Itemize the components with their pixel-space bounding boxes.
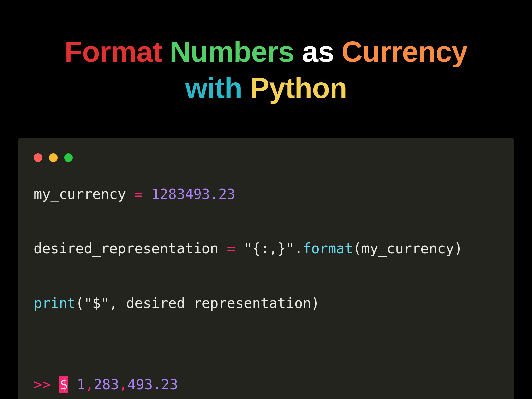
output-comma: , [85, 376, 94, 393]
maximize-icon [64, 153, 73, 162]
output-prompt: >> [34, 376, 51, 393]
page-title: Format Numbers as Currency with Python [0, 0, 532, 106]
code-string: "$" [84, 295, 109, 311]
close-icon [34, 153, 42, 162]
code-argument: desired_representation [126, 295, 311, 311]
title-word-format: Format [65, 35, 162, 68]
code-paren: ( [353, 240, 361, 257]
minimize-icon [49, 153, 58, 162]
code-method: format [303, 240, 353, 257]
code-comma: , [109, 295, 118, 311]
title-word-with: with [185, 71, 242, 104]
code-variable: desired_representation [34, 240, 218, 257]
output-comma: , [119, 376, 127, 393]
code-window: my_currency = 1283493.23 desired_represe… [18, 138, 514, 399]
code-builtin: print [34, 295, 75, 311]
code-operator: = [227, 240, 235, 257]
title-word-currency: Currency [341, 35, 467, 68]
output-dollar-sign: $ [59, 376, 68, 393]
window-traffic-lights [34, 153, 498, 162]
code-variable: my_currency [34, 186, 126, 202]
code-dot: . [294, 240, 303, 257]
output-number: 283 [94, 376, 119, 393]
code-paren: ) [454, 240, 462, 257]
output-number: 493.23 [127, 376, 178, 393]
code-string: "{:,}" [244, 240, 294, 257]
title-word-numbers: Numbers [170, 35, 294, 68]
code-argument: my_currency [361, 240, 454, 257]
title-word-python: Python [250, 71, 347, 104]
code-block: my_currency = 1283493.23 desired_represe… [34, 181, 498, 398]
output-number: 1 [77, 376, 85, 393]
code-paren: ( [75, 295, 84, 311]
code-operator: = [134, 186, 143, 202]
title-word-as: as [302, 35, 334, 68]
code-number: 1283493.23 [151, 186, 235, 202]
code-paren: ) [311, 295, 319, 311]
